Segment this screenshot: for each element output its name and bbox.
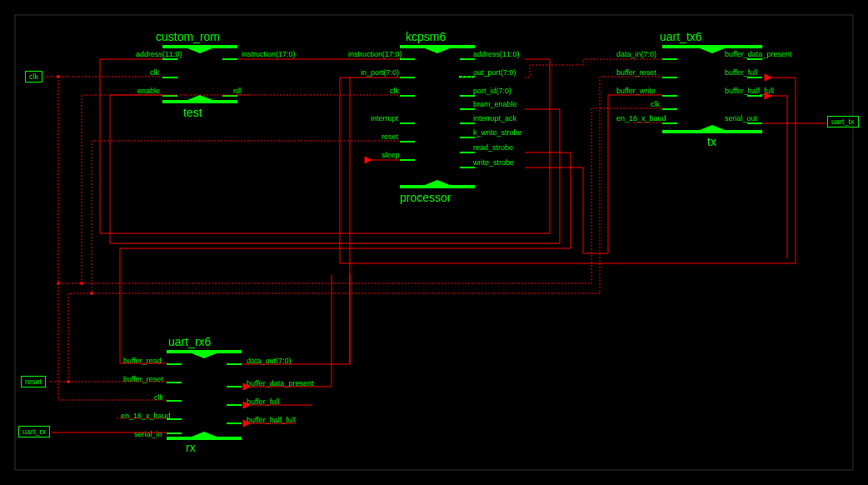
- block-title-kcpsm6: kcpsm6: [406, 30, 446, 43]
- port-kc-address: address(11:0): [473, 50, 520, 58]
- io-pad-reset[interactable]: reset: [21, 376, 46, 388]
- svg-rect-18: [400, 159, 415, 161]
- svg-rect-49: [227, 363, 242, 365]
- svg-rect-33: [662, 95, 677, 97]
- port-rx-clk: clk: [154, 393, 163, 402]
- svg-rect-39: [747, 122, 762, 124]
- port-crom-clk: clk: [150, 68, 159, 77]
- svg-rect-26: [460, 167, 475, 168]
- svg-marker-30: [700, 125, 725, 130]
- svg-point-56: [67, 380, 70, 383]
- svg-rect-9: [400, 45, 475, 48]
- svg-rect-40: [167, 350, 242, 353]
- port-rx-bufread: buffer_read: [123, 357, 162, 365]
- port-tx-bufreset: buffer_reset: [616, 68, 656, 77]
- svg-rect-13: [400, 58, 415, 60]
- frame: [15, 15, 853, 470]
- io-pad-reset-label: reset: [25, 378, 42, 386]
- svg-point-54: [80, 282, 83, 285]
- io-pad-uart-tx[interactable]: uart_tx: [827, 116, 859, 128]
- svg-rect-34: [662, 108, 677, 110]
- svg-rect-25: [460, 152, 475, 153]
- svg-rect-21: [460, 95, 475, 97]
- port-crom-address: address(11:0): [136, 50, 182, 58]
- svg-marker-12: [425, 180, 450, 185]
- svg-rect-37: [747, 77, 762, 78]
- svg-rect-35: [662, 122, 677, 124]
- svg-rect-17: [400, 141, 415, 142]
- io-pad-uart-rx[interactable]: uart_rx: [18, 426, 50, 438]
- svg-rect-11: [400, 185, 475, 188]
- svg-rect-46: [167, 400, 182, 402]
- svg-rect-5: [162, 77, 177, 78]
- svg-rect-51: [227, 404, 242, 406]
- svg-rect-38: [747, 95, 762, 97]
- port-tx-buffull: buffer_full: [725, 68, 757, 77]
- schematic-canvas: clk reset uart_rx uart_tx custom_rom tes…: [0, 0, 868, 485]
- svg-rect-8: [222, 95, 237, 97]
- port-kc-kwrite: k_write_strobe: [473, 128, 522, 137]
- port-tx-serialout: serial_out: [725, 114, 757, 122]
- port-tx-bufdata: buffer_data_present: [725, 50, 791, 58]
- svg-marker-28: [700, 48, 725, 53]
- svg-rect-7: [222, 58, 237, 60]
- io-pad-clk[interactable]: clk: [25, 71, 42, 82]
- svg-rect-52: [227, 422, 242, 424]
- port-tx-clk: clk: [651, 100, 660, 108]
- port-rx-enbaud: en_16_x_baud: [121, 412, 171, 420]
- svg-marker-10: [425, 48, 450, 53]
- port-rx-serialin: serial_in: [134, 430, 162, 438]
- svg-rect-36: [747, 58, 762, 60]
- port-kc-intack: interrupt_ack: [473, 114, 516, 122]
- svg-rect-14: [400, 77, 415, 78]
- svg-marker-58: [765, 74, 771, 81]
- block-instance-processor: processor: [400, 191, 451, 204]
- port-rx-dataout: data_out(7:0): [247, 357, 292, 365]
- port-tx-bufhalf: buffer_half_full: [725, 87, 774, 95]
- svg-rect-45: [167, 382, 182, 383]
- port-kc-inport: in_port(7:0): [361, 68, 399, 77]
- port-kc-outport: out_port(7:0): [473, 68, 516, 77]
- port-rx-bufhalf: buffer_half_full: [247, 416, 296, 424]
- svg-rect-2: [162, 100, 237, 103]
- svg-rect-15: [400, 95, 415, 97]
- svg-rect-44: [167, 363, 182, 365]
- svg-point-55: [57, 282, 60, 285]
- port-crom-rdl: rdl: [233, 87, 242, 95]
- svg-rect-23: [460, 122, 475, 124]
- port-kc-reset: reset: [382, 132, 398, 141]
- port-kc-clk: clk: [390, 87, 399, 95]
- svg-rect-22: [460, 108, 475, 110]
- port-rx-buffull: buffer_full: [247, 398, 279, 406]
- svg-rect-42: [167, 437, 242, 440]
- port-rx-bufdata: buffer_data_present: [247, 379, 313, 388]
- block-title-uart-rx6: uart_rx6: [168, 335, 211, 348]
- block-title-custom-rom: custom_rom: [156, 30, 220, 43]
- svg-rect-31: [662, 58, 677, 60]
- svg-rect-29: [662, 130, 762, 133]
- io-pad-clk-label: clk: [29, 72, 38, 81]
- port-crom-instruction: instruction(17:0): [242, 50, 296, 58]
- port-kc-sleep: sleep: [382, 151, 400, 159]
- block-instance-tx: tx: [707, 135, 716, 148]
- svg-rect-19: [460, 58, 475, 60]
- svg-rect-27: [662, 45, 762, 48]
- svg-rect-6: [162, 95, 177, 97]
- svg-rect-20: [460, 77, 475, 78]
- svg-rect-48: [167, 432, 182, 434]
- svg-rect-0: [162, 45, 237, 48]
- svg-marker-41: [192, 353, 217, 358]
- port-kc-readstrobe: read_strobe: [473, 143, 513, 152]
- port-tx-enbaud: en_16_x_baud: [616, 114, 666, 122]
- block-instance-test: test: [183, 106, 202, 119]
- svg-rect-16: [400, 122, 415, 124]
- svg-point-57: [90, 292, 93, 295]
- svg-marker-63: [365, 157, 372, 163]
- svg-marker-1: [187, 48, 212, 53]
- port-tx-datain: data_in(7:0): [616, 50, 656, 58]
- port-crom-enable: enable: [137, 87, 160, 95]
- port-kc-bramen: bram_enable: [473, 100, 517, 108]
- block-instance-rx: rx: [186, 441, 196, 454]
- port-tx-bufwrite: buffer_write: [616, 87, 656, 95]
- svg-rect-50: [227, 386, 242, 388]
